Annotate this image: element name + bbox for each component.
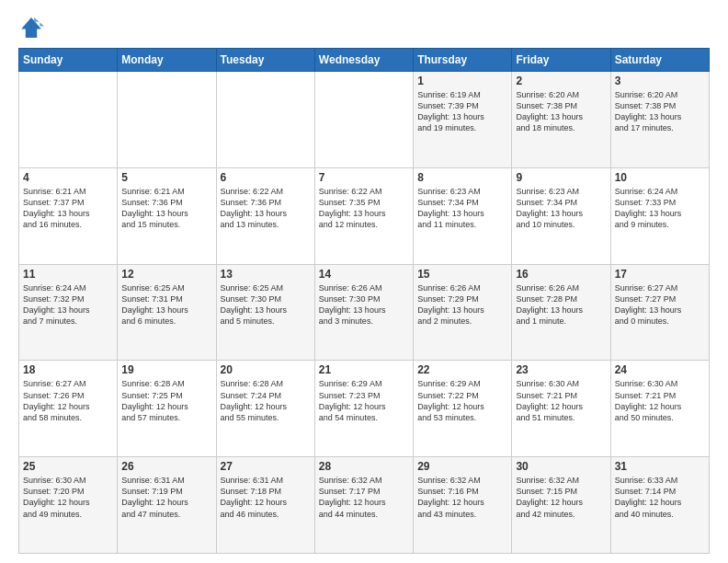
weekday-header-monday: Monday [118, 49, 216, 72]
day-number: 23 [516, 363, 606, 376]
day-info: Sunrise: 6:25 AM Sunset: 7:30 PM Dayligh… [221, 282, 311, 327]
svg-marker-0 [21, 17, 41, 38]
calendar-cell [19, 72, 118, 168]
header [18, 15, 710, 40]
calendar-cell: 27Sunrise: 6:31 AM Sunset: 7:18 PM Dayli… [216, 457, 314, 554]
day-number: 13 [221, 268, 311, 281]
day-info: Sunrise: 6:20 AM Sunset: 7:38 PM Dayligh… [615, 89, 705, 134]
day-number: 19 [121, 363, 211, 376]
calendar-cell: 6Sunrise: 6:22 AM Sunset: 7:36 PM Daylig… [216, 167, 314, 264]
day-info: Sunrise: 6:31 AM Sunset: 7:18 PM Dayligh… [221, 475, 311, 520]
calendar-cell [314, 72, 413, 168]
day-info: Sunrise: 6:32 AM Sunset: 7:15 PM Dayligh… [516, 475, 606, 520]
day-info: Sunrise: 6:24 AM Sunset: 7:32 PM Dayligh… [23, 282, 113, 327]
calendar-cell: 23Sunrise: 6:30 AM Sunset: 7:21 PM Dayli… [512, 361, 610, 457]
day-number: 28 [319, 460, 409, 473]
calendar-cell: 14Sunrise: 6:26 AM Sunset: 7:30 PM Dayli… [314, 264, 413, 361]
calendar-cell: 22Sunrise: 6:29 AM Sunset: 7:22 PM Dayli… [414, 361, 512, 457]
day-number: 26 [121, 460, 211, 473]
day-number: 24 [615, 363, 705, 376]
day-info: Sunrise: 6:22 AM Sunset: 7:36 PM Dayligh… [221, 186, 311, 231]
day-number: 27 [221, 460, 311, 473]
day-number: 3 [615, 75, 705, 87]
day-info: Sunrise: 6:26 AM Sunset: 7:29 PM Dayligh… [417, 282, 507, 327]
weekday-header-wednesday: Wednesday [314, 49, 413, 72]
day-info: Sunrise: 6:32 AM Sunset: 7:16 PM Dayligh… [417, 475, 507, 520]
week-row-2: 4Sunrise: 6:21 AM Sunset: 7:37 PM Daylig… [19, 167, 710, 264]
calendar-cell: 31Sunrise: 6:33 AM Sunset: 7:14 PM Dayli… [610, 457, 709, 554]
weekday-header-tuesday: Tuesday [216, 49, 314, 72]
calendar-cell: 20Sunrise: 6:28 AM Sunset: 7:24 PM Dayli… [216, 361, 314, 457]
day-number: 12 [121, 268, 211, 281]
day-info: Sunrise: 6:21 AM Sunset: 7:36 PM Dayligh… [121, 186, 211, 231]
weekday-header-thursday: Thursday [414, 49, 512, 72]
calendar-cell: 24Sunrise: 6:30 AM Sunset: 7:21 PM Dayli… [610, 361, 709, 457]
calendar-cell: 18Sunrise: 6:27 AM Sunset: 7:26 PM Dayli… [19, 361, 118, 457]
day-info: Sunrise: 6:29 AM Sunset: 7:23 PM Dayligh… [319, 378, 409, 423]
day-info: Sunrise: 6:31 AM Sunset: 7:19 PM Dayligh… [121, 475, 211, 520]
day-info: Sunrise: 6:28 AM Sunset: 7:25 PM Dayligh… [121, 378, 211, 423]
day-number: 6 [221, 171, 311, 184]
calendar-cell: 12Sunrise: 6:25 AM Sunset: 7:31 PM Dayli… [118, 264, 216, 361]
calendar-cell: 16Sunrise: 6:26 AM Sunset: 7:28 PM Dayli… [512, 264, 610, 361]
day-number: 20 [221, 363, 311, 376]
day-number: 22 [417, 363, 507, 376]
calendar-table: SundayMondayTuesdayWednesdayThursdayFrid… [18, 48, 710, 554]
calendar-cell: 17Sunrise: 6:27 AM Sunset: 7:27 PM Dayli… [610, 264, 709, 361]
calendar-cell: 19Sunrise: 6:28 AM Sunset: 7:25 PM Dayli… [118, 361, 216, 457]
calendar-cell: 2Sunrise: 6:20 AM Sunset: 7:38 PM Daylig… [512, 72, 610, 168]
day-number: 8 [417, 171, 507, 184]
calendar-cell: 13Sunrise: 6:25 AM Sunset: 7:30 PM Dayli… [216, 264, 314, 361]
calendar-cell: 11Sunrise: 6:24 AM Sunset: 7:32 PM Dayli… [19, 264, 118, 361]
calendar-cell: 26Sunrise: 6:31 AM Sunset: 7:19 PM Dayli… [118, 457, 216, 554]
logo-icon [18, 15, 44, 40]
day-info: Sunrise: 6:26 AM Sunset: 7:28 PM Dayligh… [516, 282, 606, 327]
day-number: 9 [516, 171, 606, 184]
day-info: Sunrise: 6:20 AM Sunset: 7:38 PM Dayligh… [516, 89, 606, 134]
week-row-4: 18Sunrise: 6:27 AM Sunset: 7:26 PM Dayli… [19, 361, 710, 457]
calendar-cell: 10Sunrise: 6:24 AM Sunset: 7:33 PM Dayli… [610, 167, 709, 264]
day-number: 10 [615, 171, 705, 184]
calendar-cell: 1Sunrise: 6:19 AM Sunset: 7:39 PM Daylig… [414, 72, 512, 168]
day-number: 16 [516, 268, 606, 281]
calendar-cell: 28Sunrise: 6:32 AM Sunset: 7:17 PM Dayli… [314, 457, 413, 554]
day-info: Sunrise: 6:21 AM Sunset: 7:37 PM Dayligh… [23, 186, 113, 231]
day-info: Sunrise: 6:25 AM Sunset: 7:31 PM Dayligh… [121, 282, 211, 327]
day-number: 2 [516, 75, 606, 87]
calendar-cell: 5Sunrise: 6:21 AM Sunset: 7:36 PM Daylig… [118, 167, 216, 264]
week-row-3: 11Sunrise: 6:24 AM Sunset: 7:32 PM Dayli… [19, 264, 710, 361]
day-number: 18 [23, 363, 113, 376]
day-info: Sunrise: 6:22 AM Sunset: 7:35 PM Dayligh… [319, 186, 409, 231]
day-number: 30 [516, 460, 606, 473]
logo [18, 15, 48, 40]
day-info: Sunrise: 6:30 AM Sunset: 7:21 PM Dayligh… [615, 378, 705, 423]
calendar-cell: 15Sunrise: 6:26 AM Sunset: 7:29 PM Dayli… [414, 264, 512, 361]
day-info: Sunrise: 6:33 AM Sunset: 7:14 PM Dayligh… [615, 475, 705, 520]
weekday-header-friday: Friday [512, 49, 610, 72]
day-info: Sunrise: 6:29 AM Sunset: 7:22 PM Dayligh… [417, 378, 507, 423]
day-info: Sunrise: 6:30 AM Sunset: 7:20 PM Dayligh… [23, 475, 113, 520]
weekday-header-sunday: Sunday [19, 49, 118, 72]
day-number: 31 [615, 460, 705, 473]
page: SundayMondayTuesdayWednesdayThursdayFrid… [0, 0, 728, 563]
calendar-cell: 8Sunrise: 6:23 AM Sunset: 7:34 PM Daylig… [414, 167, 512, 264]
day-info: Sunrise: 6:27 AM Sunset: 7:26 PM Dayligh… [23, 378, 113, 423]
calendar-cell: 4Sunrise: 6:21 AM Sunset: 7:37 PM Daylig… [19, 167, 118, 264]
calendar-cell: 3Sunrise: 6:20 AM Sunset: 7:38 PM Daylig… [610, 72, 709, 168]
day-number: 11 [23, 268, 113, 281]
day-number: 17 [615, 268, 705, 281]
day-number: 15 [417, 268, 507, 281]
calendar-cell: 25Sunrise: 6:30 AM Sunset: 7:20 PM Dayli… [19, 457, 118, 554]
week-row-5: 25Sunrise: 6:30 AM Sunset: 7:20 PM Dayli… [19, 457, 710, 554]
weekday-header-saturday: Saturday [610, 49, 709, 72]
day-number: 7 [319, 171, 409, 184]
day-info: Sunrise: 6:27 AM Sunset: 7:27 PM Dayligh… [615, 282, 705, 327]
day-info: Sunrise: 6:30 AM Sunset: 7:21 PM Dayligh… [516, 378, 606, 423]
day-number: 25 [23, 460, 113, 473]
weekday-header-row: SundayMondayTuesdayWednesdayThursdayFrid… [19, 49, 710, 72]
day-info: Sunrise: 6:32 AM Sunset: 7:17 PM Dayligh… [319, 475, 409, 520]
calendar-cell: 21Sunrise: 6:29 AM Sunset: 7:23 PM Dayli… [314, 361, 413, 457]
day-number: 14 [319, 268, 409, 281]
calendar-cell: 30Sunrise: 6:32 AM Sunset: 7:15 PM Dayli… [512, 457, 610, 554]
calendar-cell: 7Sunrise: 6:22 AM Sunset: 7:35 PM Daylig… [314, 167, 413, 264]
